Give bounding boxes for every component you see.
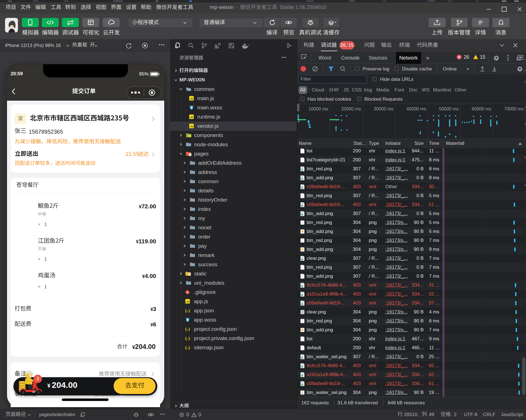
svg-text:{..}: {..} — [185, 327, 190, 331]
svg-text:JS: JS — [190, 97, 193, 100]
svg-text:{..}: {..} — [185, 336, 190, 340]
svg-text:JS: JS — [190, 125, 193, 128]
svg-text:{..}: {..} — [185, 308, 190, 313]
svg-text:JS: JS — [186, 300, 189, 303]
svg-text:{..}: {..} — [185, 345, 190, 350]
svg-text:JS: JS — [190, 116, 193, 119]
